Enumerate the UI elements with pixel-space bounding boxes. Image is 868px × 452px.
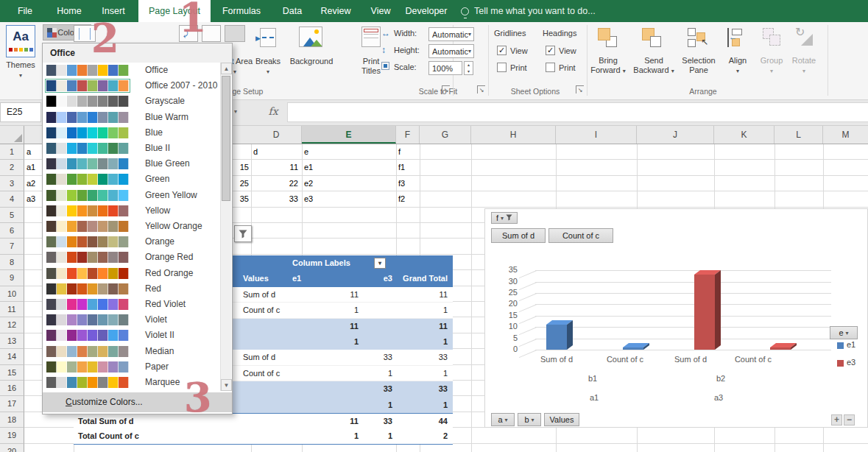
theme-item-green[interactable]: Green — [43, 172, 219, 187]
theme-item-blue-ii[interactable]: Blue II — [43, 141, 219, 156]
column-header-K[interactable]: K — [714, 126, 775, 144]
row-header-4[interactable]: 4 — [0, 191, 24, 207]
tab-data[interactable]: Data — [278, 0, 306, 22]
theme-item-violet[interactable]: Violet — [43, 312, 219, 328]
theme-item-blue-warm[interactable]: Blue Warm — [43, 110, 219, 125]
cell[interactable]: e — [304, 144, 308, 160]
tab-formulas[interactable]: Formulas — [219, 0, 264, 22]
cell[interactable]: e1 — [304, 160, 313, 175]
row-header-16[interactable]: 16 — [0, 381, 24, 396]
theme-item-blue[interactable]: Blue — [43, 125, 219, 141]
printer-icon[interactable] — [225, 25, 245, 42]
theme-item-orange-red[interactable]: Orange Red — [43, 250, 219, 265]
column-header-E[interactable]: E — [302, 126, 396, 144]
row-header-1[interactable]: 1 — [0, 144, 24, 160]
scale-to-fit-dialog-launcher[interactable]: ↘ — [477, 85, 485, 93]
chart-legend-field-button[interactable]: e▾ — [830, 326, 858, 339]
scale-spinner[interactable]: ▴▾ — [464, 61, 473, 75]
chart-bar-e3-count-of-c[interactable] — [770, 343, 797, 350]
cell[interactable]: f2 — [398, 191, 405, 207]
chart-value-button-count-of-c[interactable]: Count of c — [548, 228, 613, 243]
gridlines-view-checkbox[interactable]: ✓ — [497, 46, 507, 55]
theme-item-paper[interactable]: Paper — [43, 359, 219, 375]
select-all-corner[interactable] — [0, 126, 24, 144]
theme-item-red-orange[interactable]: Red Orange — [43, 266, 219, 281]
formula-input[interactable] — [287, 102, 868, 122]
bring-forward-button[interactable]: Bring Forward ▾ — [588, 56, 629, 76]
headings-view-checkbox[interactable]: ✓ — [546, 46, 555, 55]
column-header-H[interactable]: H — [471, 126, 556, 144]
scrollbar-thumb[interactable] — [222, 76, 230, 201]
theme-item-grayscale[interactable]: Grayscale — [43, 93, 219, 109]
cell[interactable]: 22 — [254, 176, 298, 191]
row-header-20[interactable]: 20 — [0, 444, 24, 452]
theme-item-orange[interactable]: Orange — [43, 234, 219, 250]
tab-developer[interactable]: Developer — [403, 0, 449, 22]
cell[interactable]: a — [27, 144, 31, 160]
theme-item-green-yellow[interactable]: Green Yellow — [43, 188, 219, 203]
insert-function-button[interactable]: fx — [264, 105, 283, 120]
row-header-12[interactable]: 12 — [0, 317, 24, 333]
chart-bar-e3-sum-of-d[interactable] — [694, 270, 721, 350]
row-header-13[interactable]: 13 — [0, 333, 24, 349]
tab-review[interactable]: Review — [317, 0, 355, 22]
pivot-column-filter-button[interactable]: ▾ — [374, 258, 386, 269]
column-header-I[interactable]: I — [556, 126, 637, 144]
row-header-9[interactable]: 9 — [0, 270, 24, 286]
chart-zoom-in-button[interactable]: + — [831, 414, 842, 425]
chart-filter-field-button[interactable]: f▾ — [491, 212, 518, 224]
chart-bar-e1-count-of-c[interactable] — [623, 343, 649, 350]
rotate-button[interactable]: Rotate▾ — [786, 56, 822, 76]
send-backward-button[interactable]: Send Backward ▾ — [632, 56, 676, 76]
row-header-7[interactable]: 7 — [0, 239, 24, 254]
row-header-8[interactable]: 8 — [0, 255, 24, 270]
name-box[interactable]: E25 — [0, 102, 41, 122]
theme-item-yellow-orange[interactable]: Yellow Orange — [43, 219, 219, 234]
row-header-14[interactable]: 14 — [0, 349, 24, 364]
scrollbar-up-icon[interactable]: ▲ — [221, 63, 232, 74]
colors-menu-scrollbar[interactable]: ▲ ▼ — [220, 63, 231, 391]
row-header-17[interactable]: 17 — [0, 396, 24, 412]
theme-item-red[interactable]: Red — [43, 281, 219, 297]
height-select[interactable]: Automatic▾ — [428, 44, 474, 58]
column-header-M[interactable]: M — [823, 126, 868, 144]
chart-bar-e1-sum-of-d[interactable] — [546, 320, 573, 350]
chart-zoom-out-button[interactable]: − — [844, 414, 855, 425]
chart-value-button-sum-of-d[interactable]: Sum of d — [491, 228, 546, 243]
cell[interactable]: a2 — [27, 176, 35, 191]
cell[interactable]: f3 — [398, 176, 405, 191]
chart-axis-button-values[interactable]: Values — [544, 413, 579, 426]
cell[interactable]: e3 — [304, 191, 313, 207]
theme-item-yellow[interactable]: Yellow — [43, 203, 219, 219]
row-header-6[interactable]: 6 — [0, 223, 24, 239]
theme-item-blue-green[interactable]: Blue Green — [43, 156, 219, 172]
themes-button[interactable]: Themes▾ — [0, 60, 41, 80]
scale-input[interactable]: 100% — [428, 61, 462, 75]
theme-item-office[interactable]: Office — [43, 63, 219, 78]
row-header-10[interactable]: 10 — [0, 286, 24, 302]
gridlines-print-checkbox[interactable] — [497, 63, 507, 72]
column-header-J[interactable]: J — [637, 126, 714, 144]
row-header-3[interactable]: 3 — [0, 176, 24, 191]
selection-pane-button[interactable]: Selection Pane — [677, 56, 720, 75]
theme-item-median[interactable]: Median — [43, 344, 219, 359]
cell[interactable]: 11 — [254, 160, 298, 175]
row-header-15[interactable]: 15 — [0, 365, 24, 381]
column-header-D[interactable]: D — [251, 126, 302, 144]
cell[interactable]: 33 — [254, 191, 298, 207]
cell[interactable]: e2 — [304, 176, 313, 191]
chart-axis-button-b[interactable]: b▾ — [518, 413, 541, 426]
row-header-2[interactable]: 2 — [0, 160, 24, 175]
tab-view[interactable]: View — [367, 0, 395, 22]
width-select[interactable]: Automatic▾ — [428, 27, 474, 41]
sheet-options-dialog-launcher[interactable]: ↘ — [576, 85, 584, 93]
group-button[interactable]: Group▾ — [754, 56, 789, 76]
theme-item-red-violet[interactable]: Red Violet — [43, 297, 219, 312]
tab-home[interactable]: Home — [52, 0, 87, 22]
scrollbar-down-icon[interactable]: ▼ — [221, 379, 232, 391]
pivot-page-filter-button[interactable] — [234, 225, 252, 242]
row-header-19[interactable]: 19 — [0, 428, 24, 443]
theme-item-violet-ii[interactable]: Violet II — [43, 328, 219, 343]
cell[interactable]: f — [398, 144, 401, 160]
tell-me-box[interactable]: Tell me what you want to do... — [461, 0, 596, 22]
